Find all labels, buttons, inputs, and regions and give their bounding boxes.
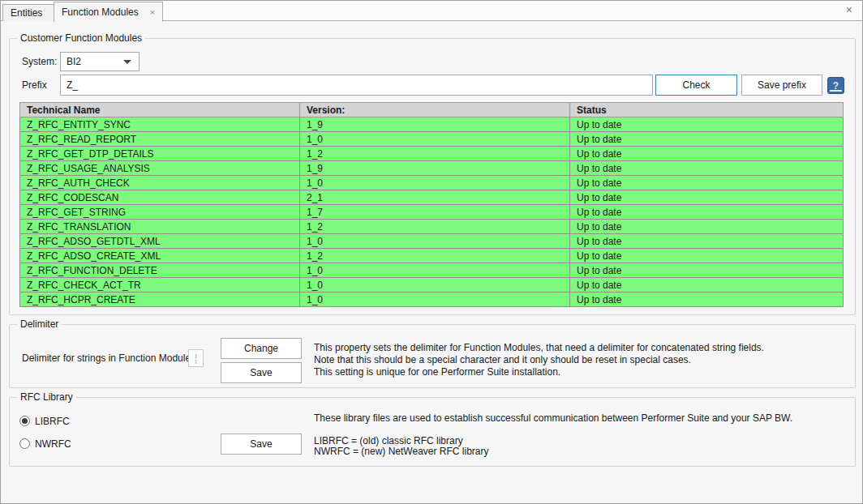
rfc-description-lines: LIBRFC = (old) classic RFC library NWRFC… — [314, 436, 488, 457]
delimiter-label: Delimiter for strings in Function Module… — [22, 352, 195, 364]
version-cell: 1_2 — [300, 220, 570, 234]
function-modules-table-body: Z_RFC_ENTITY_SYNC1_9Up to dateZ_RFC_READ… — [20, 117, 844, 307]
customer-function-modules-group: Customer Function Modules System: BI2 Pr… — [9, 38, 856, 315]
tab-bar: Entities × Function Modules × × — [1, 1, 862, 21]
version-cell: 1_2 — [300, 147, 570, 161]
version-cell: 1_0 — [300, 263, 570, 278]
delimiter-description: This property sets the delimiter for Fun… — [314, 342, 764, 378]
technical-name-cell: Z_RFC_ENTITY_SYNC — [20, 117, 300, 132]
status-cell: Up to date — [570, 117, 844, 132]
column-header-status[interactable]: Status — [570, 103, 844, 117]
technical-name-cell: Z_RFC_READ_REPORT — [20, 132, 300, 147]
table-row[interactable]: Z_RFC_TRANSLATION1_2Up to date — [20, 220, 844, 234]
technical-name-cell: Z_RFC_ADSO_GETDTL_XML — [20, 234, 300, 249]
status-cell: Up to date — [570, 278, 844, 293]
technical-name-cell: Z_RFC_ADSO_CREATE_XML — [20, 249, 300, 263]
version-cell: 2_1 — [300, 190, 570, 205]
rfc-option-librfc[interactable]: LIBRFC — [19, 415, 71, 427]
check-button-label: Check — [682, 79, 710, 91]
window-close-icon[interactable]: × — [846, 4, 852, 15]
function-modules-table: Technical Name Version: Status Z_RFC_ENT… — [19, 102, 844, 307]
column-header-version[interactable]: Version: — [300, 103, 570, 117]
table-row[interactable]: Z_RFC_ENTITY_SYNC1_9Up to date — [20, 117, 844, 132]
version-cell: 1_9 — [300, 161, 570, 176]
table-row[interactable]: Z_RFC_GET_STRING1_7Up to date — [20, 205, 844, 220]
table-row[interactable]: Z_RFC_READ_REPORT1_0Up to date — [20, 132, 844, 147]
version-cell: 1_7 — [300, 205, 570, 220]
status-cell: Up to date — [570, 176, 844, 190]
table-row[interactable]: Z_RFC_AUTH_CHECK1_0Up to date — [20, 176, 844, 190]
status-cell: Up to date — [570, 220, 844, 234]
function-modules-window: Entities × Function Modules × × Customer… — [0, 0, 863, 504]
system-label: System: — [22, 56, 57, 67]
delimiter-change-button[interactable]: Change — [221, 338, 302, 359]
table-row[interactable]: Z_RFC_CODESCAN2_1Up to date — [20, 190, 844, 205]
technical-name-cell: Z_RFC_CODESCAN — [20, 190, 300, 205]
status-cell: Up to date — [570, 234, 844, 249]
table-row[interactable]: Z_RFC_CHECK_ACT_TR1_0Up to date — [20, 278, 844, 293]
status-cell: Up to date — [570, 161, 844, 176]
status-cell: Up to date — [570, 147, 844, 161]
prefix-input-value: Z_ — [67, 79, 78, 91]
tab-function-modules-close-icon[interactable]: × — [150, 8, 155, 17]
prefix-label: Prefix — [22, 79, 47, 91]
version-cell: 1_0 — [300, 234, 570, 249]
table-row[interactable]: Z_RFC_FUNCTION_DELETE1_0Up to date — [20, 263, 844, 278]
rfc-description-intro: These library files are used to establis… — [314, 413, 792, 424]
prefix-input[interactable]: Z_ — [60, 75, 653, 96]
rfc-description-line: NWRFC = (new) NetWeaver RFC library — [314, 446, 488, 457]
table-header-row: Technical Name Version: Status — [20, 103, 844, 117]
save-prefix-button[interactable]: Save prefix — [741, 75, 822, 96]
system-dropdown[interactable]: BI2 — [60, 52, 140, 71]
rfc-option-nwrfc[interactable]: NWRFC — [19, 438, 71, 450]
column-header-technical-name[interactable]: Technical Name — [20, 103, 300, 117]
table-row[interactable]: Z_RFC_GET_DTP_DETAILS1_2Up to date — [20, 147, 844, 161]
table-row[interactable]: Z_RFC_HCPR_CREATE1_0Up to date — [20, 293, 844, 307]
technical-name-cell: Z_RFC_HCPR_CREATE — [20, 293, 300, 307]
delimiter-group: Delimiter Delimiter for strings in Funct… — [9, 324, 856, 388]
version-cell: 1_0 — [300, 132, 570, 147]
rfc-option-label: LIBRFC — [35, 416, 70, 427]
delimiter-change-button-label: Change — [244, 343, 278, 354]
radio-icon[interactable] — [19, 416, 30, 426]
version-cell: 1_9 — [300, 117, 570, 132]
tab-function-modules[interactable]: Function Modules × — [54, 2, 163, 22]
table-row[interactable]: Z_RFC_ADSO_CREATE_XML1_2Up to date — [20, 249, 844, 263]
version-cell: 1_0 — [300, 278, 570, 293]
customer-function-modules-title: Customer Function Modules — [17, 32, 145, 44]
tab-entities-label: Entities — [11, 7, 42, 19]
delimiter-description-line: This property sets the delimiter for Fun… — [314, 342, 764, 354]
status-cell: Up to date — [570, 249, 844, 263]
delimiter-value: ¦ — [195, 352, 197, 364]
save-prefix-button-label: Save prefix — [758, 79, 806, 91]
rfc-option-label: NWRFC — [35, 438, 71, 450]
rfc-library-group: RFC Library LIBRFCNWRFC Save These libra… — [9, 397, 856, 467]
version-cell: 1_0 — [300, 293, 570, 307]
technical-name-cell: Z_RFC_USAGE_ANALYSIS — [20, 161, 300, 176]
check-button[interactable]: Check — [655, 75, 737, 96]
chevron-down-icon — [123, 60, 131, 64]
delimiter-save-button[interactable]: Save — [221, 362, 302, 383]
rfc-save-button[interactable]: Save — [221, 434, 302, 455]
delimiter-description-line: Note that this should be a special chara… — [314, 354, 764, 366]
status-cell: Up to date — [570, 132, 844, 147]
help-icon-glyph: ? — [833, 80, 839, 92]
delimiter-save-button-label: Save — [250, 367, 272, 378]
technical-name-cell: Z_RFC_GET_STRING — [20, 205, 300, 220]
rfc-save-button-label: Save — [250, 438, 272, 450]
system-dropdown-value: BI2 — [67, 56, 81, 67]
rfc-library-group-title: RFC Library — [17, 391, 76, 403]
delimiter-value-input[interactable]: ¦ — [188, 349, 204, 367]
technical-name-cell: Z_RFC_AUTH_CHECK — [20, 176, 300, 190]
help-icon[interactable]: ? — [827, 77, 844, 94]
technical-name-cell: Z_RFC_GET_DTP_DETAILS — [20, 147, 300, 161]
technical-name-cell: Z_RFC_FUNCTION_DELETE — [20, 263, 300, 278]
table-row[interactable]: Z_RFC_USAGE_ANALYSIS1_9Up to date — [20, 161, 844, 176]
status-cell: Up to date — [570, 205, 844, 220]
technical-name-cell: Z_RFC_CHECK_ACT_TR — [20, 278, 300, 293]
radio-icon[interactable] — [19, 438, 30, 449]
status-cell: Up to date — [570, 190, 844, 205]
status-cell: Up to date — [570, 263, 844, 278]
table-row[interactable]: Z_RFC_ADSO_GETDTL_XML1_0Up to date — [20, 234, 844, 249]
rfc-description-intro-line: These library files are used to establis… — [314, 413, 792, 424]
